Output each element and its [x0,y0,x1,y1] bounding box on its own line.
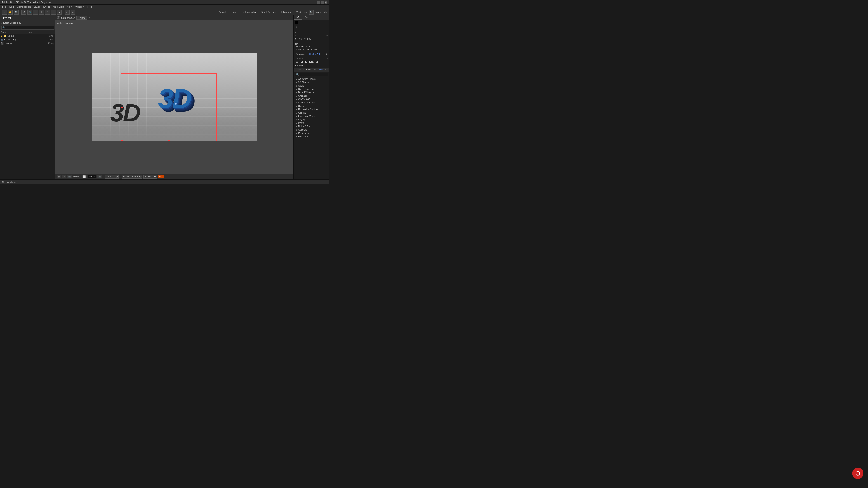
effects-expand[interactable]: >> [325,69,328,71]
comp-header-label: Composition [61,17,75,19]
center-panel: 🎬 Composition Fondo ≡ Active Camera 3D 3… [55,15,293,180]
effects-search-input[interactable] [295,72,328,76]
text-tool[interactable]: T [39,10,44,15]
tab-info[interactable]: Info [293,15,302,20]
effects-menu[interactable]: ≡ [314,69,315,71]
camera-btn[interactable]: 📷 [67,175,72,178]
search-help[interactable]: Search Help [315,11,327,13]
minimize-button[interactable]: ─ [317,1,320,4]
frame-btn[interactable]: ⬜ [82,175,87,178]
effect-channel[interactable]: ▶ Channel [293,94,329,98]
effect-label: Noise & Grain [298,125,312,128]
center-handle [175,103,177,105]
project-item-fondo-png[interactable]: 🖼 Fondo.png PNG [0,38,55,41]
effect-red-giant[interactable]: ▶ Red Giant [293,135,329,138]
effect-obsolete[interactable]: ▶ Obsolete [293,128,329,131]
comp-viewport[interactable]: Active Camera 3D 3D [55,20,293,173]
hand-tool[interactable]: ✋ [8,10,13,15]
brush-tool[interactable]: 🖌 [45,10,50,15]
renderer-settings-icon[interactable]: ⚙ [326,53,328,55]
tl-comp-icon: 🎬 [1,181,4,184]
zoom-tool[interactable]: 🔍 [13,10,19,15]
preview-play[interactable]: ▶ [304,60,308,64]
menu-edit[interactable]: Edit [8,5,15,8]
effect-perspective[interactable]: ▶ Perspective [293,131,329,135]
effect-generate[interactable]: ▶ Generate [293,111,329,115]
snapshot-btn[interactable]: 📸 [97,175,102,178]
effect-boris-fx[interactable]: ▶ Boris FX Mocha [293,91,329,94]
effect-blur-sharpen[interactable]: ▶ Blur & Sharpen [293,88,329,91]
effect-animation-presets[interactable]: ▶ Animation Presets [293,77,329,80]
pen-tool[interactable]: ✒ [33,10,38,15]
search-btn[interactable]: 🔍 [309,10,313,15]
comp-tab-fondo[interactable]: Fondo [76,16,88,20]
puppet-tool[interactable]: ★ [57,10,62,15]
name-header: Name [1,31,28,33]
render-btn[interactable]: +0.0 [158,175,164,178]
menu-window[interactable]: Window [74,5,86,8]
preview-first-frame[interactable]: ⏮ [295,60,299,64]
effect-matte[interactable]: ▶ Matte [293,121,329,125]
effect-label: Red Giant [298,135,308,138]
selection-box [122,73,217,141]
workspace-small-screen[interactable]: Small Screen [259,10,278,14]
menu-help[interactable]: Help [86,5,94,8]
menu-view[interactable]: View [66,5,74,8]
view-btn[interactable]: 👁 [62,175,66,178]
maximize-button[interactable]: □ [321,1,324,4]
tl-comp-name[interactable]: Fondo [6,181,13,184]
effect-expression-controls[interactable]: ▶ Expression Controls [293,108,329,111]
effect-label: Generate [298,111,308,114]
effect-label: Expression Controls [298,108,318,111]
item-name-fondo: Fondo [4,42,11,44]
timecode-display[interactable]: 00000 [88,175,96,178]
effect-noise-grain[interactable]: ▶ Noise & Grain [293,125,329,128]
project-search-input[interactable] [1,26,54,30]
effect-color-correction[interactable]: ▶ Color Correction [293,101,329,104]
tab-project[interactable]: Project [1,16,13,20]
comp-tab-menu[interactable]: ≡ [89,17,90,19]
menu-file[interactable]: File [1,5,8,8]
menu-effect[interactable]: Effect [42,5,51,8]
workspace-test[interactable]: Test [294,10,303,14]
preview-last-frame[interactable]: ⏭ [315,60,319,64]
library-label[interactable]: Librar [318,68,323,71]
quality-select[interactable]: Half Full Quarter [105,175,119,179]
grid-btn[interactable]: ⊞ [57,175,61,178]
project-item-solids[interactable]: ▶ 📁 Solids Folder [0,34,55,38]
effect-3d-channel[interactable]: ▶ 3D Channel [293,80,329,84]
effect-distort[interactable]: ▶ Distort [293,104,329,108]
workspace-libraries[interactable]: Libraries [279,10,293,14]
effect-audio[interactable]: ▶ Audio [293,84,329,88]
menu-animation[interactable]: Animation [51,5,65,8]
effect-cinema4d[interactable]: ▶ CINEMA 4D [293,98,329,101]
layout-select[interactable]: 1 View 2 Views 4 Views [143,175,157,179]
arrow-icon: ▶ [296,129,298,131]
window-controls[interactable]: ─ □ ✕ [317,1,327,4]
workspace-standard[interactable]: Standard ≡ [241,10,258,14]
preview-prev-frame[interactable]: ◀ [300,60,303,64]
zoom-display[interactable]: 100% [73,175,79,178]
comp-header: 🎬 Composition Fondo ≡ [55,15,293,20]
effect-keying[interactable]: ▶ Keying [293,118,329,121]
effect-immersive-video[interactable]: ▶ Immersive Video [293,115,329,118]
align-tool[interactable]: ≡ [70,10,75,15]
select-tool[interactable]: ↖ [2,10,7,15]
menu-layer[interactable]: Layer [33,5,41,8]
preview-next-frame[interactable]: ▶▶ [309,60,314,64]
tab-audio[interactable]: Audio [302,15,313,20]
camera-tool[interactable]: 📷 [27,10,32,15]
project-item-fondo[interactable]: 🎬 Fondo Comp [0,41,55,45]
workspace-default[interactable]: Default [216,10,228,14]
rotation-tool[interactable]: ↺ [22,10,26,15]
arrow-icon: ▶ [296,95,298,97]
tl-menu[interactable]: ≡ [14,181,16,183]
camera-select[interactable]: Active Camera [122,175,143,179]
shape-tool[interactable]: □ [65,10,70,15]
workspace-learn[interactable]: Learn [230,10,240,14]
menu-composition[interactable]: Composition [16,5,32,8]
clone-tool[interactable]: S [51,10,56,15]
preview-menu[interactable]: ≡ [327,57,328,59]
workspace-more[interactable]: >> [304,11,307,13]
close-button[interactable]: ✕ [324,1,327,4]
